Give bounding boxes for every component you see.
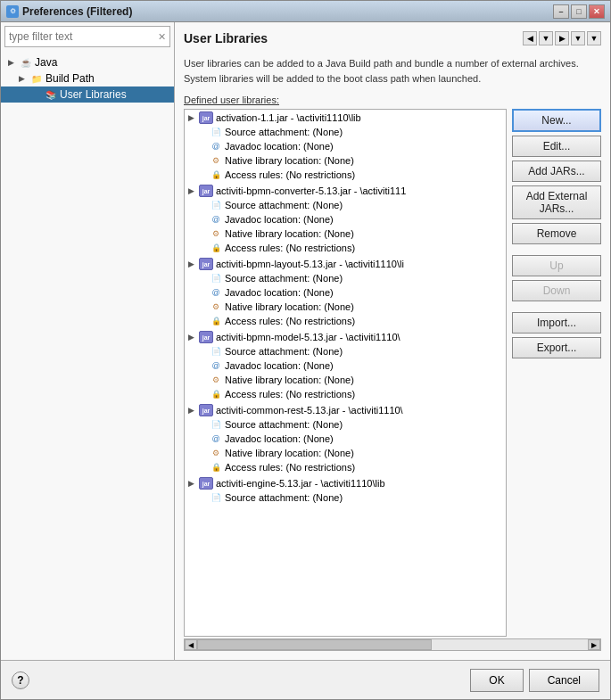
cancel-button[interactable]: Cancel [529,669,599,692]
access-icon-2-3: 🔒 [210,315,222,327]
left-panel: ✕ ▶ ☕ Java ▶ 📁 Build Path 📚 [1,22,175,660]
lib-child-0-0[interactable]: 📄 Source attachment: (None) [185,125,506,139]
tree-item-userlibraries[interactable]: 📚 User Libraries [1,86,174,103]
lib-child-0-3[interactable]: 🔒 Access rules: (No restrictions) [185,168,506,182]
window-icon: ⚙ [6,5,19,18]
lib-child-3-0[interactable]: 📄 Source attachment: (None) [185,344,506,358]
lib-child-label-3-3: Access rules: (No restrictions) [225,389,355,399]
export-button[interactable]: Export... [512,337,601,358]
lib-child-4-1[interactable]: @ Javadoc location: (None) [185,432,506,446]
scroll-track[interactable] [197,639,588,650]
lib-child-1-2[interactable]: ⚙ Native library location: (None) [185,226,506,241]
nav-arrows: ◀ ▼ ▶ ▼ ▼ [523,31,601,45]
libraries-tree[interactable]: ▶ jar activation-1.1.jar - \activiti1110… [184,109,507,637]
javadoc-icon-2-1: @ [210,286,222,299]
lib-name-3: activiti-bpmn-model-5.13.jar - \activiti… [216,332,400,342]
add-external-jars-button[interactable]: Add External JARs... [512,185,601,219]
lib-name-0: activation-1.1.jar - \activiti1110\lib [216,112,361,123]
title-controls: – □ ✕ [553,4,605,19]
lib-child-2-0[interactable]: 📄 Source attachment: (None) [185,271,506,285]
lib-row-1[interactable]: ▶ jar activiti-bpmn-converter-5.13.jar -… [185,184,506,198]
expand-icon-2: ▶ [188,259,199,268]
lib-child-3-2[interactable]: ⚙ Native library location: (None) [185,373,506,387]
native-icon-2-2: ⚙ [210,301,222,313]
lib-child-2-1[interactable]: @ Javadoc location: (None) [185,285,506,300]
access-icon-1-3: 🔒 [210,242,222,254]
lib-row-5[interactable]: ▶ jar activiti-engine-5.13.jar - \activi… [185,476,506,490]
source-icon-3-0: 📄 [210,345,222,358]
title-bar: ⚙ Preferences (Filtered) – □ ✕ [1,1,610,22]
lib-child-label-2-2: Native library location: (None) [225,301,354,312]
ok-button[interactable]: OK [470,669,523,692]
lib-row-4[interactable]: ▶ jar activiti-common-rest-5.13.jar - \a… [185,403,506,417]
jar-icon-1: jar [199,185,213,197]
jar-icon-3: jar [199,331,213,343]
preferences-window: ⚙ Preferences (Filtered) – □ ✕ ✕ ▶ ☕ Jav… [0,0,611,700]
lib-child-1-0[interactable]: 📄 Source attachment: (None) [185,198,506,212]
lib-child-4-3[interactable]: 🔒 Access rules: (No restrictions) [185,460,506,474]
lib-child-0-1[interactable]: @ Javadoc location: (None) [185,139,506,153]
lib-child-3-1[interactable]: @ Javadoc location: (None) [185,358,506,373]
nav-back-button[interactable]: ◀ [523,31,537,45]
lib-entry-0: ▶ jar activation-1.1.jar - \activiti1110… [185,110,506,183]
lib-child-5-0[interactable]: 📄 Source attachment: (None) [185,490,506,505]
tree-area: ▶ ☕ Java ▶ 📁 Build Path 📚 User Libraries [1,51,174,660]
folder-icon: 📁 [30,72,43,85]
lib-child-label-4-1: Javadoc location: (None) [225,433,334,444]
filter-clear-icon[interactable]: ✕ [158,31,166,43]
panel-header: User Libraries ◀ ▼ ▶ ▼ ▼ [184,31,601,53]
native-icon-1-2: ⚙ [210,227,222,240]
lib-child-3-3[interactable]: 🔒 Access rules: (No restrictions) [185,387,506,401]
source-icon-2-0: 📄 [210,272,222,284]
filter-input[interactable] [9,30,158,43]
new-button[interactable]: New... [512,109,601,132]
lib-row-0[interactable]: ▶ jar activation-1.1.jar - \activiti1110… [185,111,506,125]
access-icon-0-3: 🔒 [210,169,222,181]
nav-fwd-dropdown[interactable]: ▼ [571,31,585,45]
tree-label-java: Java [35,56,57,69]
lib-row-2[interactable]: ▶ jar activiti-bpmn-layout-5.13.jar - \a… [185,257,506,271]
lib-child-label-4-0: Source attachment: (None) [225,419,343,430]
lib-child-0-2[interactable]: ⚙ Native library location: (None) [185,153,506,168]
lib-child-label-4-3: Access rules: (No restrictions) [225,462,355,473]
close-button[interactable]: ✕ [589,4,605,19]
jar-icon-0: jar [199,111,213,124]
scroll-left-button[interactable]: ◀ [185,639,197,650]
help-button[interactable]: ? [12,671,29,689]
filter-box[interactable]: ✕ [4,26,170,47]
javadoc-icon-0-1: @ [210,140,222,152]
source-icon-5-0: 📄 [210,491,222,504]
lib-child-label-1-2: Native library location: (None) [225,228,354,239]
remove-button[interactable]: Remove [512,223,601,244]
tree-item-buildpath[interactable]: ▶ 📁 Build Path [1,70,174,86]
minimize-button[interactable]: – [553,4,569,19]
expand-arrow-java: ▶ [8,58,17,67]
lib-child-2-2[interactable]: ⚙ Native library location: (None) [185,300,506,314]
nav-menu-button[interactable]: ▼ [587,31,601,45]
expand-icon-1: ▶ [188,186,199,195]
javadoc-icon-3-1: @ [210,359,222,372]
jar-icon-4: jar [199,404,213,416]
lib-child-2-3[interactable]: 🔒 Access rules: (No restrictions) [185,314,506,328]
lib-child-1-3[interactable]: 🔒 Access rules: (No restrictions) [185,241,506,255]
horizontal-scrollbar[interactable]: ◀ ▶ [184,638,601,651]
lib-child-4-2[interactable]: ⚙ Native library location: (None) [185,446,506,460]
maximize-button[interactable]: □ [571,4,587,19]
lib-entry-5: ▶ jar activiti-engine-5.13.jar - \activi… [185,475,506,506]
import-button[interactable]: Import... [512,312,601,334]
scroll-thumb[interactable] [197,639,432,650]
tree-item-java[interactable]: ▶ ☕ Java [1,54,174,70]
add-jars-button[interactable]: Add JARs... [512,161,601,182]
nav-fwd-button[interactable]: ▶ [555,31,569,45]
lib-child-label-1-0: Source attachment: (None) [225,200,343,210]
lib-row-3[interactable]: ▶ jar activiti-bpmn-model-5.13.jar - \ac… [185,330,506,344]
lib-child-4-0[interactable]: 📄 Source attachment: (None) [185,417,506,432]
footer: ? OK Cancel [1,660,610,699]
up-button[interactable]: Up [512,255,601,276]
down-button[interactable]: Down [512,280,601,301]
java-icon: ☕ [20,56,32,69]
edit-button[interactable]: Edit... [512,136,601,157]
lib-child-1-1[interactable]: @ Javadoc location: (None) [185,212,506,226]
nav-back-dropdown[interactable]: ▼ [539,31,553,45]
scroll-right-button[interactable]: ▶ [588,639,600,650]
